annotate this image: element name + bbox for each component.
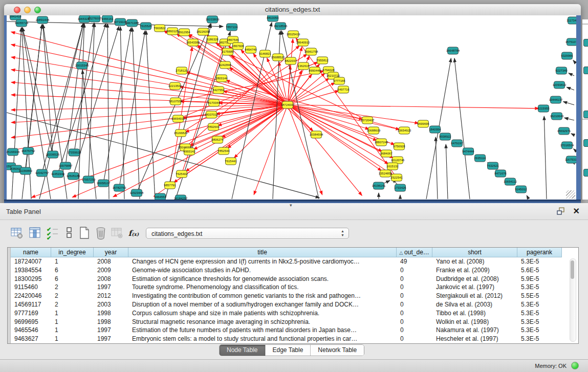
network-edge[interactable] xyxy=(564,118,574,120)
new-table-icon[interactable] xyxy=(77,226,92,241)
network-edge[interactable] xyxy=(567,87,574,90)
table-settings-icon[interactable] xyxy=(9,226,25,241)
network-edge[interactable] xyxy=(11,105,288,138)
table-row[interactable]: 1456911722003Disruption of a novel membe… xyxy=(11,300,578,309)
scrollbar-thumb[interactable] xyxy=(571,260,574,279)
table-row[interactable]: 1872400712008Changes of HCN gene express… xyxy=(11,257,578,266)
table-row[interactable]: 1830029562008Estimation of significance … xyxy=(11,275,578,283)
cell-year: 1998 xyxy=(94,318,128,326)
network-edge[interactable] xyxy=(446,144,448,199)
table-row[interactable]: 1938455462009Genome-wide association stu… xyxy=(11,266,578,275)
network-edge[interactable] xyxy=(107,24,109,199)
background-window-edge xyxy=(582,24,588,25)
cell-out_degree: 0 xyxy=(397,335,432,343)
tab-node-table[interactable]: Node Table xyxy=(220,345,266,356)
network-edge[interactable] xyxy=(12,28,21,199)
table-row[interactable]: 2242004622012Investigating the contribut… xyxy=(11,292,578,300)
network-node-label: 18807249 xyxy=(375,141,388,144)
network-node-label: 8813054 xyxy=(267,16,279,19)
table-row[interactable]: 969969511998Structural magnetic resonanc… xyxy=(11,318,578,326)
cell-year: 2008 xyxy=(94,275,128,283)
column-header-year[interactable]: year xyxy=(94,248,128,257)
network-node-label: 14196141 xyxy=(372,184,386,187)
cell-pagerank: 5.3E-5 xyxy=(517,318,562,326)
network-node-label: 12923468 xyxy=(130,191,144,194)
network-edge[interactable] xyxy=(11,105,288,150)
splitter-grip[interactable]: ▾ xyxy=(290,203,292,208)
table-row[interactable]: 946554611997Estimation of the future num… xyxy=(11,326,578,335)
column-header-title[interactable]: title xyxy=(128,248,397,257)
float-panel-icon[interactable] xyxy=(557,207,565,215)
network-node-label: 8186328 xyxy=(206,38,219,41)
import-table-disabled-icon[interactable] xyxy=(110,226,125,241)
network-edge[interactable] xyxy=(288,105,322,195)
network-node-label: 11173456 xyxy=(567,19,576,22)
column-visibility-icon[interactable] xyxy=(27,226,42,241)
network-node-label: 4993142 xyxy=(183,150,195,153)
vertical-scrollbar[interactable] xyxy=(570,258,576,342)
network-edge[interactable] xyxy=(571,134,574,135)
cell-name: 9465546 xyxy=(11,326,51,335)
network-edge[interactable] xyxy=(288,105,539,108)
column-header-short[interactable]: short xyxy=(432,248,517,257)
cell-short: Yano et al. (2008) xyxy=(432,257,517,266)
network-edge[interactable] xyxy=(119,31,145,188)
column-header-out_degree[interactable]: △out_de… xyxy=(397,248,432,257)
network-node-label: 8938922 xyxy=(439,135,451,138)
network-edge[interactable] xyxy=(66,24,84,166)
cell-title: Changes of HCN gene expression and I(f) … xyxy=(128,257,397,266)
cell-pagerank: 5.6E-5 xyxy=(517,266,562,275)
close-panel-icon[interactable]: ✕ xyxy=(573,206,580,216)
column-header-name[interactable]: name xyxy=(11,248,51,257)
tab-network-table[interactable]: Network Table xyxy=(311,345,364,356)
table-row[interactable]: 977716911998Corpus callosum shape and si… xyxy=(11,309,578,318)
network-edge[interactable] xyxy=(573,60,574,61)
delete-table-icon[interactable] xyxy=(93,226,108,241)
cell-pagerank: 5.3E-5 xyxy=(517,309,562,318)
network-edge[interactable] xyxy=(454,58,470,199)
network-node-label: 17359928 xyxy=(68,151,81,154)
cell-pagerank: 5.3E-5 xyxy=(517,300,562,309)
network-edge[interactable] xyxy=(185,105,288,132)
network-node-label: 8990448 xyxy=(309,69,321,72)
row-height-icon[interactable] xyxy=(61,226,77,241)
network-node-label: 1840954 xyxy=(429,128,441,131)
network-edge[interactable] xyxy=(527,195,529,199)
network-edge[interactable] xyxy=(563,102,574,105)
network-edge[interactable] xyxy=(288,105,419,123)
network-edge[interactable] xyxy=(574,149,574,149)
network-edge[interactable] xyxy=(544,116,547,199)
cell-title: Estimation of significance thresholds fo… xyxy=(128,275,397,283)
table-row[interactable]: 911546021997Tourette syndrome. Phenomeno… xyxy=(11,283,578,292)
window-resize-grip[interactable] xyxy=(566,190,575,199)
network-node-label: 16958107 xyxy=(97,182,111,185)
network-edge[interactable] xyxy=(288,73,325,105)
column-header-in_degree[interactable]: in_degree xyxy=(51,248,94,257)
cell-short: Tibbo et al. (1998) xyxy=(432,309,517,318)
network-edge[interactable] xyxy=(574,164,575,164)
cell-out_degree: 0 xyxy=(397,275,432,283)
select-rows-icon[interactable]: ✔✔✔ xyxy=(45,226,60,241)
table-select-dropdown[interactable]: citations_edges.txt ▲▼ xyxy=(146,228,349,239)
network-node-label: 11156869 xyxy=(19,169,32,172)
network-edge[interactable] xyxy=(435,137,438,199)
network-edge[interactable] xyxy=(146,31,155,199)
network-edge[interactable] xyxy=(288,105,382,171)
table-row[interactable]: 946362711997Embryonic stem cells: a mode… xyxy=(11,335,578,343)
tab-edge-table[interactable]: Edge Table xyxy=(266,345,311,356)
network-edge[interactable] xyxy=(186,72,288,105)
network-node-label: 10384594 xyxy=(310,133,323,136)
network-edge[interactable] xyxy=(569,73,574,76)
function-builder-icon[interactable]: f(x) xyxy=(126,226,141,241)
network-canvas[interactable]: 1872400789129541822605816543382818632898… xyxy=(7,15,576,200)
column-header-pagerank[interactable]: pagerank xyxy=(517,248,562,257)
network-node-label: 1733426 xyxy=(394,186,406,189)
cell-in_degree: 1 xyxy=(51,257,94,266)
network-node-label: 13524851 xyxy=(379,172,393,175)
network-edge[interactable] xyxy=(43,25,53,155)
network-edge[interactable] xyxy=(120,27,124,199)
network-node-label: 7892643 xyxy=(207,125,220,128)
network-edge[interactable] xyxy=(132,28,140,199)
network-edge[interactable] xyxy=(288,105,388,164)
window-titlebar[interactable]: citations_edges.txt xyxy=(4,4,581,16)
